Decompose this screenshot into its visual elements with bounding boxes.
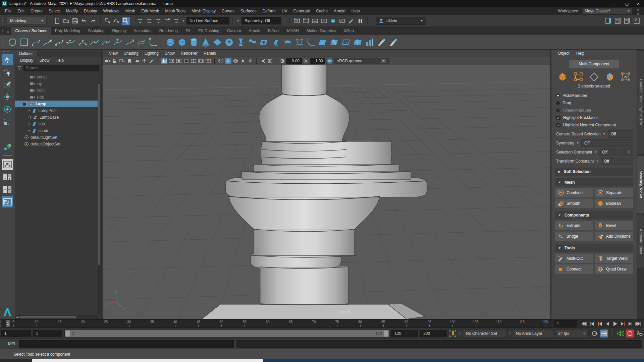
outliner-item-defaultobjectset[interactable]: defaultObjectSet [15,141,101,147]
time-tick[interactable]: 120 [541,320,549,324]
outliner-item-persp[interactable]: persp [15,74,101,80]
color-management-toggle-icon[interactable]: ON [326,58,333,64]
select-camera-icon[interactable] [104,58,111,64]
menu-item[interactable]: Select [46,9,63,13]
symmetry-chevron-icon[interactable]: ▼ [236,19,240,22]
time-tick[interactable]: 40 [171,320,179,324]
xray-icon[interactable] [267,58,273,64]
nurbs-torus-icon[interactable] [224,37,234,48]
time-tick[interactable]: 5 [10,320,17,324]
viewport-menu-lighting[interactable]: Lighting [142,51,162,56]
outliner-item-front[interactable]: front [15,87,101,94]
time-tick[interactable]: 100 [449,320,456,324]
viewport-canvas[interactable]: x y z persp [103,65,550,319]
shelf-tab[interactable]: Bifrost [264,27,283,35]
nurbs-plane-icon[interactable] [212,37,223,48]
shelf-tab[interactable]: FX [182,27,195,35]
pencil-curve-tool-icon[interactable] [42,37,53,48]
safe-action-icon[interactable] [198,58,204,64]
sculpt-tool-icon[interactable] [376,37,387,48]
command-result-field[interactable] [236,340,642,348]
symmetry-value[interactable]: Off [581,139,633,147]
toolkit-menu-object[interactable]: Object [555,51,573,56]
select-tool[interactable] [2,54,13,65]
menu-item[interactable]: File [2,9,14,13]
animation-end-field[interactable]: 200 [420,330,447,337]
outliner-title[interactable]: Outliner [15,50,37,57]
two-d-pan-zoom-icon[interactable] [141,58,148,64]
select-hierarchy-icon[interactable] [104,17,112,25]
menu-item[interactable]: Windows [100,9,122,13]
open-scene-icon[interactable] [62,17,70,25]
rotate-tool[interactable] [2,104,13,115]
shadows-icon[interactable] [247,58,254,64]
snap-to-grid-icon[interactable] [136,17,144,25]
multi-cut-button[interactable]: Multi-Cut [555,253,594,263]
multi-mode-icon[interactable] [621,72,631,82]
separate-button[interactable]: Separate [594,188,633,198]
time-tick[interactable]: 65 [287,320,294,324]
toggle-modeling-toolkit-icon[interactable] [633,17,641,25]
range-bar[interactable]: 1 120 [64,330,389,337]
smooth-button[interactable]: Smooth [555,198,594,208]
menu-item[interactable]: Cache [313,9,331,13]
step-forward-key-button[interactable] [619,320,627,327]
menu-item[interactable]: Arnold [331,9,348,13]
extrude-button[interactable]: Extrude [555,221,594,231]
scale-tool[interactable] [2,116,13,127]
time-tick[interactable]: 60 [264,320,271,324]
time-tick[interactable]: 70 [310,320,318,324]
outliner-item-defaultlightset[interactable]: defaultLightSet [15,134,101,141]
menu-item[interactable]: Modify [63,9,80,13]
shelf-tab[interactable]: XGen [340,27,358,35]
time-tick[interactable]: 90 [402,320,410,324]
menu-item[interactable]: Edit [14,9,28,13]
time-tick[interactable]: 25 [102,320,110,324]
time-tick[interactable]: 115 [518,320,526,324]
target-weld-button[interactable]: Target Weld [594,253,633,263]
time-tick[interactable]: 95 [426,320,433,324]
step-back-key-button[interactable] [596,320,603,327]
shelf-icons-grip[interactable] [2,37,5,47]
tools-section[interactable]: ▼ Tools [555,244,633,252]
camera-based-selection-value[interactable]: Off [608,130,633,138]
transform-constraint-row[interactable]: Transform Constraint ▼ Off [551,156,637,165]
outliner-menu-help[interactable]: Help [53,58,66,63]
menu-item[interactable]: Help [348,9,363,13]
render-sequence-icon[interactable] [320,17,328,25]
nurbs-sphere-icon[interactable] [165,37,176,48]
boundary-icon[interactable] [294,37,305,48]
layout-split-pane-button[interactable] [2,184,13,195]
playback-loop-icon[interactable] [591,330,598,337]
outliner-item-shade[interactable]: ● shade [15,127,101,134]
birail-icon[interactable] [282,37,293,48]
fps-dropdown[interactable]: 24 fps ▼ [555,330,589,337]
tab-attribute-editor[interactable]: Attribute Editor [637,215,644,268]
snap-options-chevron-icon[interactable]: ▼ [181,19,185,22]
outliner-item-cap[interactable]: ● cap [15,121,101,127]
animation-start-field[interactable]: 1 [1,330,31,337]
shelf-tab[interactable]: Rigging [109,27,130,35]
menu-item[interactable]: Curves [219,9,237,13]
boolean-button[interactable]: Boolean [594,198,633,208]
live-surface-field[interactable]: No Live Surface [186,17,229,24]
render-settings-icon[interactable] [329,17,337,25]
outliner-item-lampbase[interactable]: + LampBase [15,114,101,121]
shelf-grip[interactable] [2,28,5,34]
image-plane-icon[interactable] [133,58,140,64]
playblast-icon[interactable] [600,329,608,338]
viewport-menu-view[interactable]: View [106,51,121,56]
menu-item[interactable]: Mesh Tools [162,9,189,13]
ipr-render-icon[interactable]: IPR [311,17,319,25]
shelf-menu-icon[interactable]: ≡ [7,29,9,34]
last-tool-used-icon[interactable] [2,141,13,152]
planar-trim-icon[interactable] [259,37,270,48]
menu-item[interactable]: Create [28,9,46,13]
wireframe-mode-icon[interactable] [217,58,224,64]
viewport-menu-show[interactable]: Show [162,51,178,56]
mesh-section[interactable]: ▼ Mesh [555,178,633,186]
toolkit-menu-help[interactable]: Help [573,51,588,56]
untrim-icon[interactable] [341,37,352,48]
anim-layer-menu-icon[interactable]: ▽ [508,332,511,335]
toggle-tool-settings-icon[interactable] [614,17,622,25]
